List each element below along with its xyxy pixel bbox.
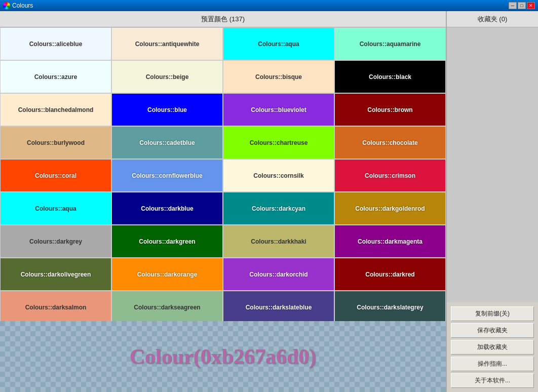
minimize-button[interactable]: ─ [509, 2, 517, 9]
favorites-content [447, 27, 538, 302]
main-container: 预置颜色 (137) Colours::aliceblueColours::an… [0, 11, 538, 392]
color-cell[interactable]: Colours::azure [0, 60, 111, 93]
title-bar: Colours ─ □ ✕ [0, 0, 538, 11]
color-cell[interactable]: Colours::crimson [334, 159, 446, 192]
color-cell[interactable]: Colours::darkkhaki [223, 225, 334, 258]
color-cell[interactable]: Colours::beige [111, 60, 223, 93]
color-cell[interactable]: Colours::aliceblue [0, 27, 111, 60]
color-cell[interactable]: Colours::blanchedalmond [0, 93, 111, 126]
color-cell[interactable]: Colours::darkslategrey [334, 291, 446, 321]
color-grid: Colours::aliceblueColours::antiquewhiteC… [0, 27, 446, 321]
color-cell[interactable]: Colours::darkorchid [223, 258, 334, 291]
color-cell[interactable]: Colours::aqua [223, 27, 334, 60]
color-cell[interactable]: Colours::bisque [223, 60, 334, 93]
color-cell[interactable]: Colours::aqua [0, 192, 111, 225]
right-buttons: 复制前缀(关) 保存收藏夹 加载收藏夹 操作指南... 关于本软件... [447, 302, 538, 392]
title-controls[interactable]: ─ □ ✕ [509, 2, 535, 9]
color-cell[interactable]: Colours::darksalmon [0, 291, 111, 321]
color-cell[interactable]: Colours::aquamarine [334, 27, 446, 60]
color-grid-container[interactable]: Colours::aliceblueColours::antiquewhiteC… [0, 27, 446, 321]
save-favorites-button[interactable]: 保存收藏夹 [451, 323, 534, 338]
right-panel: 收藏夹 (0) 复制前缀(关) 保存收藏夹 加载收藏夹 操作指南... 关于本软… [447, 11, 538, 392]
preview-area: Colour(0xb267a6d0) [0, 321, 446, 392]
color-cell[interactable]: Colours::coral [0, 159, 111, 192]
left-panel: 预置颜色 (137) Colours::aliceblueColours::an… [0, 11, 447, 392]
app-title: Colours [12, 2, 33, 9]
color-cell[interactable]: Colours::blueviolet [223, 93, 334, 126]
color-cell[interactable]: Colours::darkgreen [111, 225, 223, 258]
load-favorites-button[interactable]: 加载收藏夹 [451, 340, 534, 355]
preview-text: Colour(0xb267a6d0) [130, 344, 317, 369]
color-cell[interactable]: Colours::cadetblue [111, 126, 223, 159]
color-cell[interactable]: Colours::darkorange [111, 258, 223, 291]
app-icon [3, 2, 10, 9]
color-cell[interactable]: Colours::black [334, 60, 446, 93]
color-cell[interactable]: Colours::cornflowerblue [111, 159, 223, 192]
color-cell[interactable]: Colours::chocolate [334, 126, 446, 159]
color-cell[interactable]: Colours::brown [334, 93, 446, 126]
color-cell[interactable]: Colours::darkmagenta [334, 225, 446, 258]
color-cell[interactable]: Colours::blue [111, 93, 223, 126]
color-cell[interactable]: Colours::darkseagreen [111, 291, 223, 321]
favorites-tab[interactable]: 收藏夹 (0) [447, 11, 538, 27]
color-cell[interactable]: Colours::darkgrey [0, 225, 111, 258]
copy-prefix-button[interactable]: 复制前缀(关) [451, 306, 534, 321]
preset-colors-tab[interactable]: 预置颜色 (137) [0, 11, 446, 27]
color-cell[interactable]: Colours::antiquewhite [111, 27, 223, 60]
color-cell[interactable]: Colours::darkslateblue [223, 291, 334, 321]
title-bar-left: Colours [3, 2, 33, 9]
maximize-button[interactable]: □ [518, 2, 526, 9]
color-cell[interactable]: Colours::burlywood [0, 126, 111, 159]
color-cell[interactable]: Colours::chartreuse [223, 126, 334, 159]
about-button[interactable]: 关于本软件... [451, 373, 534, 388]
color-cell[interactable]: Colours::darkblue [111, 192, 223, 225]
color-cell[interactable]: Colours::darkgoldenrod [334, 192, 446, 225]
guide-button[interactable]: 操作指南... [451, 357, 534, 371]
close-button[interactable]: ✕ [527, 2, 535, 9]
color-cell[interactable]: Colours::darkred [334, 258, 446, 291]
color-cell[interactable]: Colours::darkcyan [223, 192, 334, 225]
color-cell[interactable]: Colours::cornsilk [223, 159, 334, 192]
color-cell[interactable]: Colours::darkolivegreen [0, 258, 111, 291]
